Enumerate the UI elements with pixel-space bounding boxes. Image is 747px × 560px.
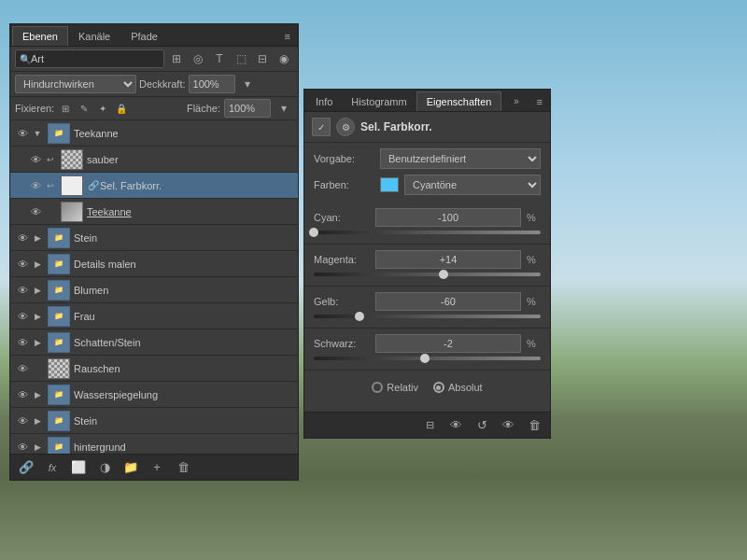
magenta-row: Magenta: % bbox=[304, 248, 550, 271]
layers-menu-icon[interactable]: ≡ bbox=[279, 27, 296, 46]
radio-absolut[interactable]: Absolut bbox=[433, 382, 483, 393]
props-trash-button[interactable]: 🗑 bbox=[524, 416, 544, 435]
schwarz-input[interactable] bbox=[375, 334, 521, 353]
expand-icon[interactable]: ▶ bbox=[31, 441, 44, 454]
group-button[interactable]: 📁 bbox=[120, 458, 141, 477]
magenta-input[interactable] bbox=[375, 250, 521, 269]
list-item[interactable]: 👁 ▼ 📁 Teekanne bbox=[10, 120, 298, 147]
search-input[interactable] bbox=[31, 53, 160, 64]
visibility-icon[interactable]: 👁 bbox=[14, 308, 31, 325]
gelb-input[interactable] bbox=[375, 292, 521, 311]
radio-absolut-circle[interactable] bbox=[433, 382, 444, 393]
tab-ebenen[interactable]: Ebenen bbox=[12, 26, 68, 46]
fix-icon3[interactable]: ✦ bbox=[95, 101, 110, 116]
blend-mode-select[interactable]: Hindurchwirken bbox=[15, 75, 136, 93]
visibility-icon[interactable]: 👁 bbox=[14, 386, 31, 403]
fix-icon2[interactable]: ✎ bbox=[77, 101, 92, 116]
tab-kanaele[interactable]: Kanäle bbox=[68, 26, 120, 46]
filter-icon1[interactable]: ⊞ bbox=[167, 49, 186, 68]
list-item[interactable]: 👁 Rauschen bbox=[10, 356, 298, 382]
filter-icon2[interactable]: ◎ bbox=[189, 49, 207, 68]
visibility-icon[interactable]: 👁 bbox=[27, 151, 44, 168]
mask-button[interactable]: ⬜ bbox=[68, 458, 89, 477]
flaeche-arrow[interactable]: ▾ bbox=[275, 99, 293, 118]
cyan-thumb[interactable] bbox=[309, 228, 318, 237]
cyan-track[interactable] bbox=[314, 231, 541, 234]
magenta-track[interactable] bbox=[314, 273, 541, 276]
radio-relativ-circle[interactable] bbox=[372, 382, 383, 393]
gelb-section: Gelb: % bbox=[304, 290, 550, 329]
fix-icon1[interactable]: ⊞ bbox=[58, 101, 73, 116]
visibility-icon[interactable]: 👁 bbox=[14, 125, 31, 142]
gelb-thumb[interactable] bbox=[355, 312, 364, 321]
tab-pfade[interactable]: Pfade bbox=[120, 26, 168, 46]
expand-icon[interactable]: ▶ bbox=[31, 336, 44, 349]
farben-select[interactable]: Cyantöne bbox=[404, 175, 541, 195]
adjustment-button[interactable]: ◑ bbox=[94, 458, 115, 477]
expand-icon[interactable]: ▶ bbox=[31, 388, 44, 401]
layer-name: Schatten/Stein bbox=[74, 337, 294, 348]
list-item[interactable]: 👁 ↩ 🔗 Sel. Farbkorr. bbox=[10, 173, 298, 199]
expand-icon[interactable]: ▶ bbox=[31, 231, 44, 245]
tab-histogramm[interactable]: Histogramm bbox=[342, 92, 416, 111]
cyan-input[interactable] bbox=[375, 208, 521, 227]
search-box[interactable]: 🔍 bbox=[15, 49, 164, 68]
schwarz-thumb[interactable] bbox=[420, 354, 430, 363]
new-layer-button[interactable]: + bbox=[147, 458, 167, 477]
visibility-icon[interactable]: 👁 bbox=[14, 282, 31, 299]
props-btn2[interactable]: 👁 bbox=[445, 416, 466, 435]
schwarz-track[interactable] bbox=[314, 357, 541, 360]
visibility-icon[interactable]: 👁 bbox=[14, 413, 31, 429]
trash-button[interactable]: 🗑 bbox=[173, 458, 193, 477]
props-menu-icon[interactable]: ≡ bbox=[531, 92, 548, 111]
farben-row: Farben: Cyantöne bbox=[314, 175, 541, 195]
list-item[interactable]: 👁 ▶ 📁 Stein bbox=[10, 225, 298, 251]
visibility-icon[interactable]: 👁 bbox=[14, 230, 31, 246]
link-button[interactable]: 🔗 bbox=[16, 458, 36, 477]
filter-icon3[interactable]: T bbox=[210, 49, 229, 68]
visibility-icon[interactable]: 👁 bbox=[14, 360, 31, 377]
fix-icon4[interactable]: 🔒 bbox=[114, 101, 129, 116]
list-item[interactable]: 👁 ▶ 📁 Frau bbox=[10, 303, 298, 329]
expand-icon[interactable]: ▶ bbox=[31, 310, 44, 323]
props-icon-check[interactable]: ✓ bbox=[312, 118, 331, 136]
props-btn3[interactable]: ↺ bbox=[472, 416, 492, 435]
visibility-icon[interactable]: 👁 bbox=[14, 334, 31, 351]
magenta-thumb[interactable] bbox=[439, 270, 448, 279]
fx-button[interactable]: fx bbox=[42, 458, 63, 477]
props-chevron[interactable]: » bbox=[508, 92, 525, 110]
layer-list: 👁 ▼ 📁 Teekanne 👁 ↩ sauber 👁 ↩ 🔗 Sel. Far… bbox=[10, 120, 298, 464]
radio-relativ[interactable]: Relativ bbox=[372, 382, 418, 393]
props-btn1[interactable]: ⊟ bbox=[419, 416, 440, 435]
list-item[interactable]: 👁 Teekanne bbox=[10, 199, 298, 225]
opacity-input[interactable]: 100% bbox=[189, 75, 235, 93]
list-item[interactable]: 👁 ▶ 📁 Wasserspiegelung bbox=[10, 382, 298, 408]
list-item[interactable]: 👁 ↩ sauber bbox=[10, 147, 298, 173]
list-item[interactable]: 👁 ▶ 📁 Blumen bbox=[10, 277, 298, 303]
list-item[interactable]: 👁 ▶ 📁 Details malen bbox=[10, 251, 298, 277]
gelb-track[interactable] bbox=[314, 315, 541, 318]
expand-icon[interactable]: ▶ bbox=[31, 284, 44, 297]
tab-info[interactable]: Info bbox=[306, 92, 342, 111]
props-icon-gear[interactable]: ⚙ bbox=[336, 118, 355, 136]
expand-icon[interactable]: ▼ bbox=[31, 127, 44, 140]
expand-icon[interactable]: ▶ bbox=[31, 258, 44, 271]
filter-icon4[interactable]: ⬚ bbox=[232, 49, 250, 68]
filter-icon5[interactable]: ⊟ bbox=[253, 49, 272, 68]
visibility-icon[interactable]: 👁 bbox=[27, 203, 44, 220]
list-item[interactable]: 👁 ▶ 📁 Stein bbox=[10, 408, 298, 434]
list-item[interactable]: 👁 ▶ 📁 Schatten/Stein bbox=[10, 329, 298, 356]
flaeche-input[interactable]: 100% bbox=[224, 99, 271, 118]
filter-toggle[interactable]: ◉ bbox=[275, 49, 293, 68]
vorgabe-select[interactable]: Benutzerdefiniert bbox=[380, 148, 541, 169]
visibility-icon[interactable]: 👁 bbox=[14, 439, 31, 455]
magenta-label: Magenta: bbox=[314, 254, 370, 265]
opacity-arrow[interactable]: ▾ bbox=[238, 75, 257, 93]
visibility-icon[interactable]: 👁 bbox=[14, 256, 31, 273]
tab-eigenschaften[interactable]: Eigenschaften bbox=[416, 91, 502, 111]
gelb-unit: % bbox=[527, 296, 541, 307]
props-btn4[interactable]: 👁 bbox=[498, 416, 518, 435]
visibility-icon[interactable]: 👁 bbox=[27, 177, 44, 194]
expand-icon[interactable]: ▶ bbox=[31, 414, 44, 427]
schwarz-track-container bbox=[304, 357, 550, 366]
